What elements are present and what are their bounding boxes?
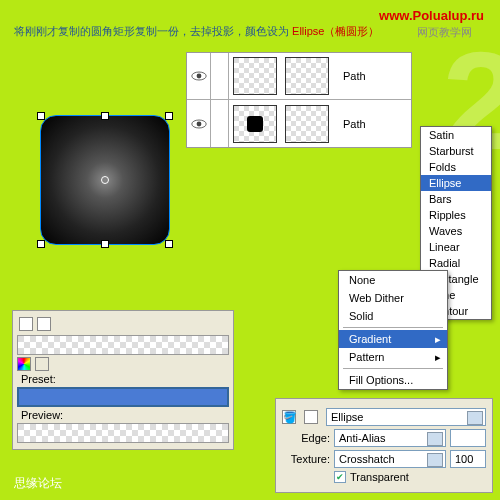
preview-swatch <box>17 423 229 443</box>
menu-item-starburst[interactable]: Starburst <box>421 143 491 159</box>
texture-dropdown[interactable]: Crosshatch <box>334 450 446 468</box>
edge-dropdown[interactable]: Anti-Alias <box>334 429 446 447</box>
resize-handle[interactable] <box>37 240 45 248</box>
visibility-icon[interactable] <box>187 53 211 99</box>
layer-row[interactable]: Path <box>187 53 411 100</box>
transparent-label: Transparent <box>350 471 409 483</box>
fill-menu: None Web Dither Solid Gradient Pattern F… <box>338 270 448 390</box>
panel-icon[interactable] <box>19 317 33 331</box>
menu-item-filloptions[interactable]: Fill Options... <box>339 371 447 389</box>
menu-item-none[interactable]: None <box>339 271 447 289</box>
styles-panel: Preset: Preview: <box>12 310 234 450</box>
menu-item-radial[interactable]: Radial <box>421 255 491 271</box>
fill-bucket-icon[interactable]: 🪣 <box>282 410 296 424</box>
resize-handle[interactable] <box>37 112 45 120</box>
fill-color-swatch[interactable] <box>304 410 318 424</box>
layer-thumb <box>233 105 277 143</box>
color-wheel-icon[interactable] <box>17 357 31 371</box>
visibility-icon[interactable] <box>187 100 211 147</box>
style-slot[interactable] <box>17 335 229 355</box>
texture-amount[interactable]: 100 <box>450 450 486 468</box>
svg-point-1 <box>196 74 201 79</box>
resize-handle[interactable] <box>101 240 109 248</box>
properties-panel: 🪣 Ellipse Edge: Anti-Alias Texture: Cros… <box>275 398 493 493</box>
menu-item-linear[interactable]: Linear <box>421 239 491 255</box>
menu-item-webdither[interactable]: Web Dither <box>339 289 447 307</box>
forum-credit: 思缘论坛 <box>14 475 62 492</box>
menu-item-pattern[interactable]: Pattern <box>339 348 447 366</box>
menu-item-ellipse[interactable]: Ellipse <box>421 175 491 191</box>
preset-label: Preset: <box>21 373 229 385</box>
transparent-checkbox[interactable]: ✔ <box>334 471 346 483</box>
layer-mask <box>285 57 329 95</box>
watermark-url: www.Polualup.ru <box>379 8 484 23</box>
instruction-text: 将刚刚才复制的圆角矩形复制一份，去掉投影，颜色设为 Ellipse（椭圆形） <box>14 24 379 39</box>
menu-item-waves[interactable]: Waves <box>421 223 491 239</box>
menu-item-bars[interactable]: Bars <box>421 191 491 207</box>
layer-mask <box>285 105 329 143</box>
menu-item-folds[interactable]: Folds <box>421 159 491 175</box>
resize-handle[interactable] <box>165 112 173 120</box>
edge-label: Edge: <box>282 432 330 444</box>
canvas-shape[interactable] <box>40 115 170 245</box>
edge-amount[interactable] <box>450 429 486 447</box>
fill-type-dropdown[interactable]: Ellipse <box>326 408 486 426</box>
texture-label: Texture: <box>282 453 330 465</box>
layer-row[interactable]: Path <box>187 100 411 147</box>
preset-swatch[interactable] <box>17 387 229 407</box>
layer-thumb <box>233 57 277 95</box>
panel-icon[interactable] <box>37 317 51 331</box>
watermark-site: 网页教学网 <box>417 25 472 40</box>
swatch-icon[interactable] <box>35 357 49 371</box>
layer-name: Path <box>333 70 366 82</box>
menu-item-satin[interactable]: Satin <box>421 127 491 143</box>
layers-panel: Path Path <box>186 52 412 148</box>
resize-handle[interactable] <box>165 240 173 248</box>
preview-label: Preview: <box>21 409 229 421</box>
center-point[interactable] <box>101 176 109 184</box>
layer-name: Path <box>333 118 366 130</box>
menu-item-ripples[interactable]: Ripples <box>421 207 491 223</box>
resize-handle[interactable] <box>101 112 109 120</box>
menu-item-solid[interactable]: Solid <box>339 307 447 325</box>
menu-item-gradient[interactable]: Gradient <box>339 330 447 348</box>
svg-point-3 <box>196 121 201 126</box>
